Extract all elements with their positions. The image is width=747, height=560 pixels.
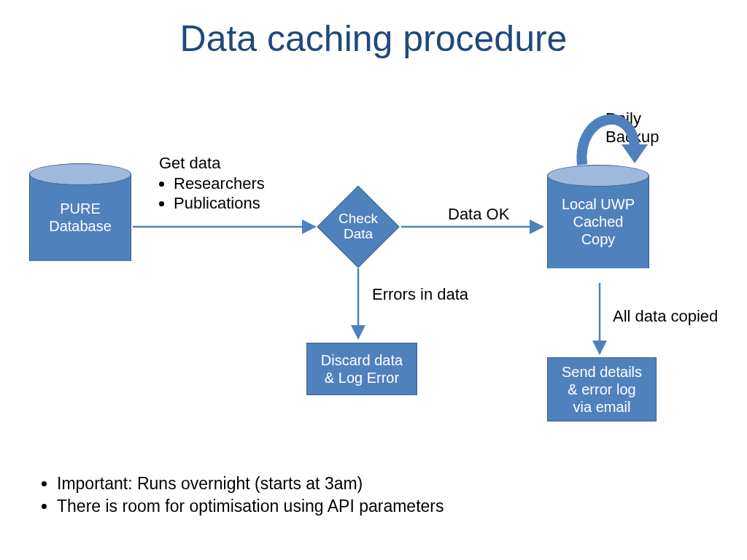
label-data-ok: Data OK [448,204,509,225]
decision-check-data: CheckData [318,187,398,267]
decision-label: CheckData [338,211,378,242]
get-data-item: Researchers [174,174,305,194]
process-send-label: Send details& error logvia email [562,363,642,416]
cylinder-pure-database: PUREDatabase [29,174,131,261]
cylinder-local-label: Local UWPCachedCopy [538,195,659,248]
note-item: There is room for optimisation using API… [57,497,444,516]
slide-title: Data caching procedure [0,18,747,60]
get-data-item: Publications [174,193,305,214]
label-get-data-list: Researchers Publications [174,174,305,214]
process-discard-label: Discard data& Log Error [321,351,403,386]
cylinder-pure-label: PUREDatabase [20,200,141,235]
label-daily-backup: DailyBackup [605,109,659,147]
diagram-stage: Data caching procedure PUREDatabase Loca… [0,0,747,560]
process-discard: Discard data& Log Error [306,343,417,395]
label-get-data: Get data Researchers Publications [159,153,305,214]
label-all-data: All data copied [613,306,718,327]
arrow-daily-backup-head [622,144,648,163]
footer-notes: Important: Runs overnight (starts at 3am… [36,474,444,519]
cylinder-local-uwp: Local UWPCachedCopy [547,175,649,268]
note-item: Important: Runs overnight (starts at 3am… [57,474,444,494]
label-get-data-title: Get data [159,153,305,174]
process-send-email: Send details& error logvia email [547,357,657,421]
label-errors: Errors in data [372,284,468,305]
